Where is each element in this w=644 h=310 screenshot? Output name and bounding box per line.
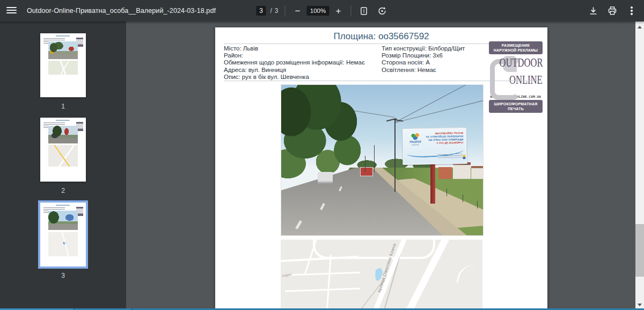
- map-street-label-partial: лодна: [282, 272, 292, 277]
- thumbnail-page-1[interactable]: 1: [0, 33, 126, 110]
- fence-post: [463, 194, 463, 202]
- zoom-in-icon[interactable]: +: [333, 5, 345, 17]
- page-divider: /: [270, 7, 272, 15]
- power-line: [394, 97, 484, 123]
- street-light-pole: [374, 145, 375, 172]
- zoom-out-icon[interactable]: −: [292, 5, 304, 17]
- thumbnail-page-2[interactable]: 2: [0, 118, 126, 194]
- map-road-curve: [313, 240, 435, 259]
- billboard-pole: [430, 162, 435, 204]
- rio2016-billboard: Rio2016 ooooo ВБОЛІВАЙМО РАЗОМ ЗА ОЛІМПІ…: [402, 127, 467, 165]
- field-city: Місто: Львів: [224, 45, 379, 52]
- billboard-photo: Rio2016 ooooo ВБОЛІВАЙМО РАЗОМ ЗА ОЛІМПІ…: [281, 84, 484, 236]
- thumbnail-label: 2: [0, 187, 126, 194]
- toolbar-divider: [351, 5, 352, 16]
- field-address: Адреса: вул. Винниця: [224, 67, 379, 74]
- billboard-fine-print: [437, 154, 463, 159]
- toolbar-divider: [285, 5, 286, 16]
- page-title: Площина: оо35667592: [215, 31, 547, 42]
- billboard-emblem: [463, 155, 465, 159]
- street-light-pole: [394, 119, 396, 191]
- print-icon[interactable]: [606, 5, 618, 17]
- houses: [438, 162, 483, 179]
- thumbnail-preview: [40, 203, 86, 266]
- rio2016-mark: [410, 133, 420, 140]
- thumbnail-label: 3: [0, 272, 126, 279]
- field-lighting: Освітлення: Немає: [382, 67, 486, 74]
- field-description: Опис: рух в бік вул. Шевченка: [224, 74, 379, 81]
- thumbnail-page-3-selected[interactable]: 3: [0, 203, 126, 279]
- rotate-icon[interactable]: [376, 5, 388, 17]
- toolbar: Outdoor-Online-Приватна_особа__Валерий_-…: [0, 0, 644, 21]
- field-restrictions: Обмеження щодо розміщення інформації: Не…: [224, 59, 379, 66]
- fit-to-page-icon[interactable]: [358, 5, 370, 17]
- scrollbar-thumb[interactable]: [635, 224, 644, 277]
- outdoor-online-logo-block: РАЗМЕЩЕНИЕ НАРУЖНОЙ РЕКЛАМЫ OUTDOOR ONLI…: [489, 41, 543, 113]
- field-size: Розмір Площини: 3х6: [382, 52, 486, 59]
- field-district: Район:: [224, 52, 379, 59]
- map-road: [326, 255, 332, 310]
- pdf-viewer-window: Outdoor-Online-Приватна_особа__Валерий_-…: [0, 0, 644, 310]
- page-number-input[interactable]: [256, 6, 266, 16]
- more-options-icon[interactable]: [626, 5, 638, 17]
- thumbnail-sidebar: 1 2 3: [0, 21, 126, 310]
- map-road-branch: [456, 262, 482, 291]
- map-road: [290, 272, 360, 276]
- location-map: вулиця Омеляна Ковча лодна: [281, 240, 482, 310]
- pdf-page-3: Площина: оо35667592 Місто: Львів Район: …: [215, 27, 547, 310]
- menu-icon[interactable]: [6, 7, 17, 14]
- house: [453, 162, 471, 179]
- rio2016-logo: Rio2016 ooooo: [406, 133, 425, 147]
- location-fields: Місто: Львів Район: Обмеження щодо розмі…: [224, 45, 379, 81]
- logo-bottom-badge: ШИРОКОФОРМАТНАЯ ПЕЧАТЬ: [489, 100, 543, 113]
- outdoor-online-logo: OUTDOOR ONLINE: [489, 56, 543, 95]
- document-filename: Outdoor-Online-Приватна_особа__Валерий_-…: [27, 0, 216, 21]
- parked-truck: [318, 172, 333, 184]
- construction-fields: Тип конструкції: Білборд/Щит Розмір Площ…: [382, 45, 486, 74]
- distant-billboard: [360, 167, 374, 176]
- zoom-level: 100%: [307, 6, 330, 16]
- street-light-pole: [365, 156, 365, 172]
- page-total: 3: [275, 7, 279, 15]
- fence-post: [477, 201, 478, 208]
- download-icon[interactable]: [587, 5, 599, 17]
- field-side: Сторона носія: А: [382, 59, 486, 66]
- house: [438, 167, 452, 179]
- vertical-scrollbar[interactable]: [635, 21, 644, 310]
- billboard-slogan: ВБОЛІВАЙМО РАЗОМ ЗА ОЛІМПІЙЦІВ ЛЬВІВЩИНИ…: [425, 132, 464, 146]
- scroll-down-icon[interactable]: [635, 300, 644, 309]
- fence-post: [447, 189, 447, 196]
- map-road: [285, 288, 360, 292]
- toolbar-right-controls: [580, 0, 638, 21]
- billboard-line: У РІО-ДЕ-ЖАНЕЙРО!: [425, 141, 463, 145]
- logo-word-outdoor: OUTDOOR: [499, 57, 543, 69]
- separator-line: [224, 81, 539, 81]
- thumbnail-label: 1: [0, 103, 126, 110]
- logo-word-online: ONLINE: [509, 74, 543, 86]
- scroll-up-icon[interactable]: [635, 23, 644, 31]
- toolbar-center-controls: / 3 − 100% +: [256, 0, 387, 21]
- logo-top-badge: РАЗМЕЩЕНИЕ НАРУЖНОЙ РЕКЛАМЫ: [489, 41, 543, 54]
- house: [471, 166, 483, 179]
- thumbnail-preview: [40, 33, 86, 97]
- olympic-rings: ooooo: [406, 143, 425, 146]
- billboard-face: Rio2016 ooooo ВБОЛІВАЙМО РАЗОМ ЗА ОЛІМПІ…: [403, 128, 466, 164]
- field-construction-type: Тип конструкції: Білборд/Щит: [382, 45, 486, 52]
- thumbnail-preview: [40, 118, 86, 182]
